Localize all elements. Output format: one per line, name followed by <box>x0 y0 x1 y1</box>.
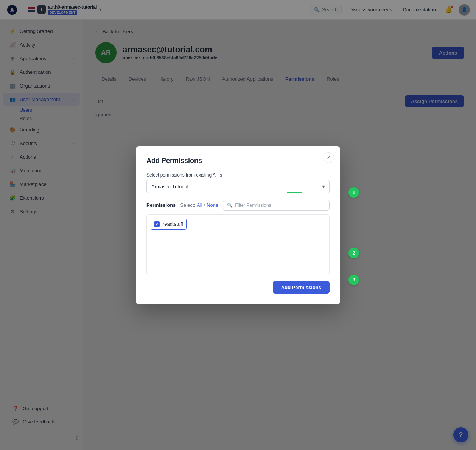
select-none-link[interactable]: None <box>207 202 218 208</box>
step-1-indicator-group: 1 <box>348 187 359 198</box>
filter-input-wrapper: 🔍 <box>223 200 330 211</box>
step-1-badge: 1 <box>348 187 359 198</box>
modal-footer: Add Permissions <box>146 281 330 294</box>
filter-permissions-input[interactable] <box>235 203 325 208</box>
close-icon: × <box>327 154 330 161</box>
modal-title: Add Permissions <box>146 157 330 165</box>
modal-close-button[interactable]: × <box>324 152 334 163</box>
step-2-badge: 2 <box>348 248 359 258</box>
step-3-badge: 3 <box>348 275 359 285</box>
permission-name: read:stuff <box>163 221 183 227</box>
permission-item-read-stuff[interactable]: read:stuff <box>151 219 187 230</box>
select-api-label: Select permissions from existing APIs <box>146 172 330 178</box>
step-2-indicator-group: 2 <box>348 248 359 258</box>
select-all-link[interactable]: All <box>197 202 202 208</box>
step-3-indicator-group: 3 <box>348 275 359 285</box>
permission-checkbox[interactable] <box>154 221 160 227</box>
modal-overlay: Add Permissions × Select permissions fro… <box>0 0 476 450</box>
select-links: Select: All / None <box>180 202 218 208</box>
permissions-list: read:stuff <box>146 214 330 275</box>
filter-search-icon: 🔍 <box>227 203 233 208</box>
add-permissions-button[interactable]: Add Permissions <box>273 281 330 294</box>
divider: / <box>204 202 205 208</box>
add-permissions-modal: Add Permissions × Select permissions fro… <box>136 146 340 304</box>
permissions-label: Permissions <box>146 202 176 208</box>
permissions-header: Permissions Select: All / None 🔍 <box>146 200 330 211</box>
step-1-arrow <box>283 189 306 196</box>
select-label: Select: <box>180 202 195 208</box>
